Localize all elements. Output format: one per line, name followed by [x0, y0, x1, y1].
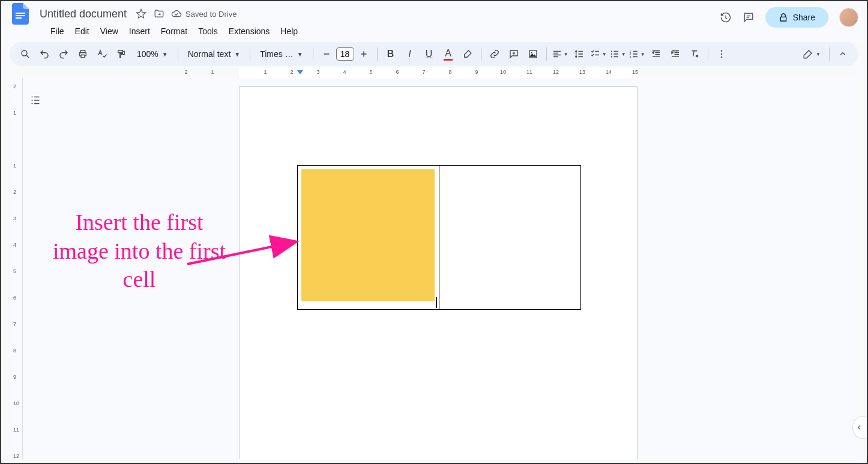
checklist-icon[interactable]: ▼ [590, 46, 607, 62]
underline-icon[interactable]: U [421, 46, 438, 62]
text-cursor [436, 297, 437, 308]
chevron-down-icon: ▼ [602, 52, 607, 57]
docs-logo-icon[interactable] [10, 3, 31, 25]
insert-image-icon[interactable] [525, 46, 541, 62]
line-spacing-icon[interactable] [571, 46, 588, 62]
increase-font-size[interactable] [355, 46, 372, 62]
svg-point-7 [610, 53, 612, 55]
inserted-image[interactable] [301, 169, 435, 301]
font-family-value: Times … [260, 49, 293, 59]
redo-icon[interactable] [55, 46, 72, 62]
comments-icon[interactable] [743, 11, 755, 23]
menu-insert[interactable]: Insert [124, 24, 155, 38]
menu-edit[interactable]: Edit [70, 24, 94, 38]
vertical-ruler[interactable]: 2112345678910111213 [12, 78, 23, 459]
menu-view[interactable]: View [95, 24, 123, 38]
paragraph-style-select[interactable]: Normal text▼ [183, 47, 245, 61]
zoom-select[interactable]: 100%▼ [132, 47, 173, 61]
account-avatar[interactable] [839, 8, 858, 27]
decrease-font-size[interactable] [318, 46, 335, 62]
toolbar: 100%▼ Normal text▼ Times …▼ B I U A ▼ ▼ … [10, 42, 858, 66]
menu-file[interactable]: File [46, 24, 69, 38]
spellcheck-icon[interactable] [94, 46, 110, 62]
app-header: Untitled document Saved to Drive Share F… [1, 1, 867, 42]
search-icon[interactable] [17, 46, 34, 62]
table-cell-2[interactable] [439, 166, 581, 310]
italic-icon[interactable]: I [402, 46, 418, 62]
chevron-down-icon: ▼ [640, 52, 645, 57]
editing-mode-icon[interactable]: ▼ [799, 46, 824, 62]
chevron-down-icon: ▼ [234, 51, 240, 58]
history-icon[interactable] [720, 11, 732, 23]
menu-extensions[interactable]: Extensions [224, 24, 274, 38]
clear-formatting-icon[interactable] [686, 46, 703, 62]
chevron-down-icon: ▼ [621, 52, 626, 57]
share-button[interactable]: Share [765, 7, 828, 28]
paragraph-style-value: Normal text [188, 49, 231, 59]
decrease-indent-icon[interactable] [648, 46, 665, 62]
table-row [298, 166, 581, 310]
paint-format-icon[interactable] [113, 46, 130, 62]
numbered-list-icon[interactable]: 123▼ [628, 46, 645, 62]
share-label: Share [793, 13, 815, 22]
document-title[interactable]: Untitled document [36, 7, 130, 22]
svg-point-13 [720, 53, 722, 55]
chevron-down-icon: ▼ [816, 52, 821, 57]
menu-help[interactable]: Help [276, 24, 303, 38]
increase-indent-icon[interactable] [667, 46, 684, 62]
font-family-select[interactable]: Times …▼ [255, 47, 307, 61]
link-icon[interactable] [486, 46, 503, 62]
align-icon[interactable]: ▼ [552, 46, 568, 62]
svg-point-8 [610, 56, 612, 57]
document-page[interactable] [239, 86, 637, 459]
more-icon[interactable] [713, 46, 730, 62]
svg-point-6 [610, 50, 612, 52]
svg-marker-15 [297, 70, 303, 74]
text-color-icon[interactable]: A [440, 46, 457, 62]
svg-rect-1 [16, 15, 25, 16]
chevron-down-icon: ▼ [564, 52, 568, 57]
add-comment-icon[interactable] [505, 46, 522, 62]
bulleted-list-icon[interactable]: ▼ [609, 46, 626, 62]
undo-icon[interactable] [36, 46, 53, 62]
zoom-value: 100% [137, 49, 158, 59]
chevron-down-icon: ▼ [162, 51, 168, 58]
table-cell-1[interactable] [298, 166, 439, 310]
saved-to-drive-status[interactable]: Saved to Drive [171, 8, 237, 19]
chevron-down-icon: ▼ [297, 51, 303, 58]
collapse-toolbar-icon[interactable] [834, 46, 851, 62]
menu-format[interactable]: Format [156, 24, 192, 38]
move-icon[interactable] [153, 8, 165, 20]
show-outline-button[interactable] [24, 89, 47, 112]
svg-rect-2 [16, 17, 22, 19]
workspace: 2112345678910111213 [12, 78, 856, 459]
document-canvas[interactable] [23, 78, 856, 459]
svg-point-5 [531, 52, 532, 53]
highlight-icon[interactable] [459, 46, 476, 62]
menu-tools[interactable]: Tools [193, 24, 223, 38]
saved-status-text: Saved to Drive [185, 10, 237, 19]
svg-point-3 [22, 50, 27, 56]
first-line-indent-marker[interactable] [297, 70, 303, 79]
svg-rect-0 [16, 13, 25, 14]
print-icon[interactable] [74, 46, 91, 62]
svg-point-14 [720, 56, 722, 58]
font-size-input[interactable] [336, 47, 354, 61]
svg-point-12 [720, 50, 722, 52]
document-table[interactable] [297, 165, 581, 310]
svg-text:3: 3 [629, 55, 631, 59]
star-icon[interactable] [135, 8, 147, 20]
bold-icon[interactable]: B [382, 46, 399, 62]
